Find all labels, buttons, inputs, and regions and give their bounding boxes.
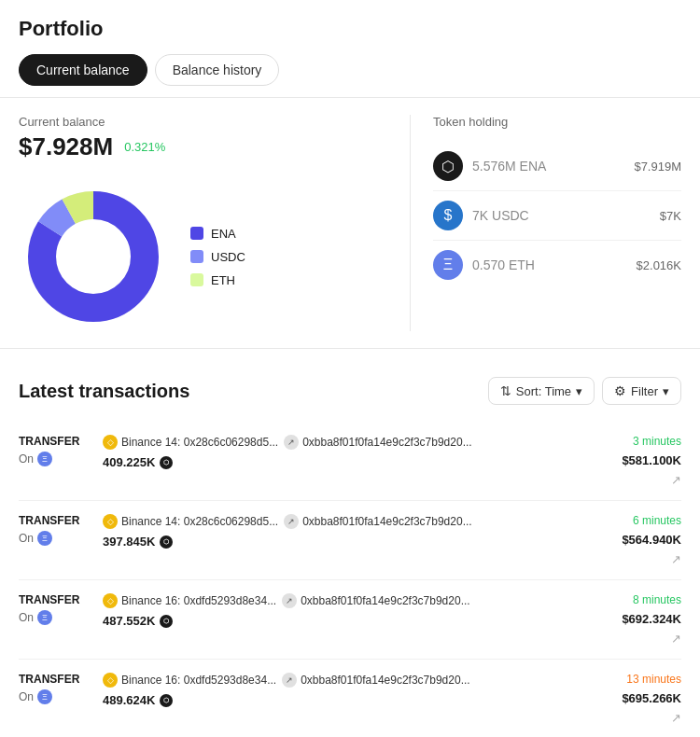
addr-to-text-1: 0xbba8f01f0fa14e9c2f3c7b9d20... — [302, 515, 472, 528]
tx-type-3: TRANSFER — [19, 673, 93, 686]
usdc-icon: $ — [433, 201, 463, 230]
tx-usd-2: $692.324K — [622, 612, 681, 626]
ext-link-2[interactable]: ↗ — [671, 632, 681, 646]
tx-usd-0: $581.100K — [622, 453, 681, 467]
sort-icon: ⇅ — [500, 383, 511, 398]
tab-current-balance[interactable]: Current balance — [19, 54, 147, 86]
coin-icon-0: ⬡ — [160, 456, 173, 469]
balance-amount: $7.928M — [19, 132, 113, 161]
token-row-usdc: $ 7K USDC $7K — [433, 191, 681, 241]
tx-main-col-0: ◇ Binance 14: 0x28c6c06298d5... ↗ 0xbba8… — [103, 435, 569, 469]
filter-button[interactable]: ⚙ Filter ▾ — [602, 377, 681, 405]
eth-name: 0.570 ETH — [472, 257, 535, 272]
tx-on-label-3: On — [19, 690, 34, 703]
addr-to-2: ↗ 0xbba8f01f0fa14e9c2f3c7b9d20... — [282, 593, 470, 608]
addr-to-1: ↗ 0xbba8f01f0fa14e9c2f3c7b9d20... — [284, 514, 472, 529]
chain-icon-3: Ξ — [37, 689, 52, 704]
arrow-icon-3: ↗ — [282, 673, 297, 688]
addr-from-1: ◇ Binance 14: 0x28c6c06298d5... — [103, 514, 278, 529]
token-left-eth: Ξ 0.570 ETH — [433, 250, 535, 280]
tx-type-col-3: TRANSFER On Ξ — [19, 673, 93, 704]
donut-chart — [19, 182, 168, 331]
tx-type-col-0: TRANSFER On Ξ — [19, 435, 93, 466]
addr-to-text-0: 0xbba8f01f0fa14e9c2f3c7b9d20... — [302, 436, 472, 449]
addr-from-2: ◇ Binance 16: 0xdfd5293d8e34... — [103, 593, 276, 608]
legend-label-usdc: USDC — [211, 250, 245, 264]
binance-icon-3: ◇ — [103, 673, 118, 688]
tx-controls: ⇅ Sort: Time ▾ ⚙ Filter ▾ — [488, 377, 681, 405]
legend-ena: ENA — [190, 227, 245, 241]
filter-label: Filter — [631, 384, 658, 398]
transactions-title: Latest transactions — [19, 381, 189, 402]
token-holding-panel: Token holding ⬡ 5.576M ENA $7.919M $ 7K … — [411, 115, 681, 331]
balance-label: Current balance — [19, 115, 391, 129]
legend-label-ena: ENA — [211, 227, 236, 241]
eth-value: $2.016K — [637, 258, 681, 272]
addr-from-text-1: Binance 14: 0x28c6c06298d5... — [121, 515, 278, 528]
legend-eth: ETH — [190, 273, 245, 287]
sort-label: Sort: Time — [516, 384, 571, 398]
token-left-usdc: $ 7K USDC — [433, 201, 529, 230]
tx-amount-2: 487.552K ⬡ — [103, 614, 569, 628]
tx-addresses-1: ◇ Binance 14: 0x28c6c06298d5... ↗ 0xbba8… — [103, 514, 569, 529]
tx-time-3: 13 minutes — [626, 673, 681, 686]
table-row: TRANSFER On Ξ ◇ Binance 16: 0xdfd5293d8e… — [19, 580, 681, 660]
tx-on-2: On Ξ — [19, 610, 93, 625]
chart-area: ENA USDC ETH — [19, 174, 391, 331]
ext-link-3[interactable]: ↗ — [671, 711, 681, 725]
ext-link-0[interactable]: ↗ — [671, 473, 681, 487]
tx-addresses-0: ◇ Binance 14: 0x28c6c06298d5... ↗ 0xbba8… — [103, 435, 569, 450]
sort-button[interactable]: ⇅ Sort: Time ▾ — [488, 377, 595, 405]
tx-on-label-2: On — [19, 611, 34, 624]
tx-on-label-1: On — [19, 532, 34, 545]
tab-balance-history[interactable]: Balance history — [155, 54, 280, 86]
tab-bar: Current balance Balance history — [19, 54, 681, 86]
legend-usdc: USDC — [190, 250, 245, 264]
tx-right-2: 8 minutes $692.324K ↗ — [579, 593, 681, 646]
addr-from-text-2: Binance 16: 0xdfd5293d8e34... — [121, 594, 276, 607]
tx-main-col-2: ◇ Binance 16: 0xdfd5293d8e34... ↗ 0xbba8… — [103, 593, 569, 628]
tx-amount-text-3: 489.624K — [103, 693, 155, 707]
coin-icon-2: ⬡ — [160, 615, 173, 628]
sort-chevron-icon: ▾ — [576, 384, 582, 398]
legend-dot-eth — [190, 273, 203, 286]
ena-name: 5.576M ENA — [472, 159, 546, 174]
tx-on-label-0: On — [19, 452, 34, 466]
tx-addresses-2: ◇ Binance 16: 0xdfd5293d8e34... ↗ 0xbba8… — [103, 593, 569, 608]
binance-icon-2: ◇ — [103, 593, 118, 608]
balance-section: Current balance $7.928M 0.321% — [0, 98, 700, 348]
tx-type-2: TRANSFER — [19, 593, 93, 606]
tx-type-col-1: TRANSFER On Ξ — [19, 514, 93, 546]
filter-icon: ⚙ — [614, 383, 626, 398]
tx-usd-1: $564.940K — [622, 533, 681, 547]
coin-icon-3: ⬡ — [160, 694, 173, 707]
binance-icon-1: ◇ — [103, 514, 118, 529]
chain-icon-2: Ξ — [37, 610, 52, 625]
balance-row: $7.928M 0.321% — [19, 132, 391, 161]
addr-to-text-3: 0xbba8f01f0fa14e9c2f3c7b9d20... — [301, 674, 470, 687]
binance-icon-0: ◇ — [103, 435, 118, 450]
tx-type-0: TRANSFER — [19, 435, 93, 448]
tx-main-col-3: ◇ Binance 16: 0xdfd5293d8e34... ↗ 0xbba8… — [103, 673, 569, 707]
token-row-eth: Ξ 0.570 ETH $2.016K — [433, 241, 681, 289]
tx-right-3: 13 minutes $695.266K ↗ — [579, 673, 681, 725]
token-left-ena: ⬡ 5.576M ENA — [433, 151, 546, 181]
table-row: TRANSFER On Ξ ◇ Binance 14: 0x28c6c06298… — [19, 422, 681, 501]
tx-amount-1: 397.845K ⬡ — [103, 535, 569, 549]
transactions-section: Latest transactions ⇅ Sort: Time ▾ ⚙ Fil… — [0, 358, 700, 737]
balance-left: Current balance $7.928M 0.321% — [19, 115, 411, 331]
arrow-icon-1: ↗ — [284, 514, 299, 529]
addr-from-3: ◇ Binance 16: 0xdfd5293d8e34... — [103, 673, 276, 688]
chart-legend: ENA USDC ETH — [190, 227, 245, 287]
tx-amount-text-0: 409.225K — [103, 455, 155, 469]
ext-link-1[interactable]: ↗ — [671, 552, 681, 566]
addr-to-3: ↗ 0xbba8f01f0fa14e9c2f3c7b9d20... — [282, 673, 470, 688]
token-holding-label: Token holding — [433, 115, 681, 129]
transactions-header: Latest transactions ⇅ Sort: Time ▾ ⚙ Fil… — [19, 377, 681, 405]
usdc-name: 7K USDC — [472, 208, 529, 223]
tx-on-1: On Ξ — [19, 531, 93, 546]
tx-type-1: TRANSFER — [19, 514, 93, 527]
addr-to-text-2: 0xbba8f01f0fa14e9c2f3c7b9d20... — [301, 594, 470, 607]
tx-amount-0: 409.225K ⬡ — [103, 455, 569, 469]
coin-icon-1: ⬡ — [160, 535, 173, 549]
